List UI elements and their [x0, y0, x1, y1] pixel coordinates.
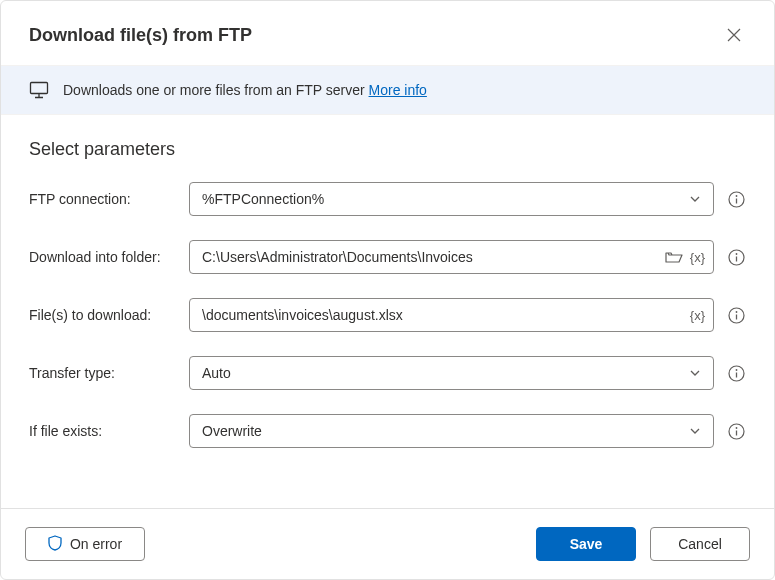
svg-rect-0: [31, 83, 48, 94]
label-download-folder: Download into folder:: [29, 249, 189, 265]
control-wrap: Auto: [189, 356, 746, 390]
info-icon[interactable]: [726, 189, 746, 209]
control-wrap: C:\Users\Administrator\Documents\Invoice…: [189, 240, 746, 274]
info-icon[interactable]: [726, 247, 746, 267]
footer-right: Save Cancel: [536, 527, 750, 561]
dialog: Download file(s) from FTP Downloads one …: [0, 0, 775, 580]
svg-point-10: [735, 427, 737, 429]
svg-point-2: [735, 195, 737, 197]
label-transfer-type: Transfer type:: [29, 365, 189, 381]
row-ftp-connection: FTP connection: %FTPConnection%: [29, 182, 746, 216]
label-ftp-connection: FTP connection:: [29, 191, 189, 207]
svg-point-8: [735, 369, 737, 371]
section-title: Select parameters: [29, 139, 746, 160]
dialog-footer: On error Save Cancel: [1, 508, 774, 579]
files-to-download-value: \documents\invoices\august.xlsx: [202, 307, 690, 323]
info-icon[interactable]: [726, 363, 746, 383]
row-files-to-download: File(s) to download: \documents\invoices…: [29, 298, 746, 332]
ftp-connection-value: %FTPConnection%: [202, 191, 685, 207]
save-button[interactable]: Save: [536, 527, 636, 561]
on-error-label: On error: [70, 536, 122, 552]
cancel-button[interactable]: Cancel: [650, 527, 750, 561]
control-wrap: %FTPConnection%: [189, 182, 746, 216]
row-transfer-type: Transfer type: Auto: [29, 356, 746, 390]
if-file-exists-select[interactable]: Overwrite: [189, 414, 714, 448]
shield-icon: [48, 535, 62, 554]
close-icon: [727, 28, 741, 42]
chevron-down-icon: [685, 189, 705, 209]
dialog-header: Download file(s) from FTP: [1, 1, 774, 65]
save-label: Save: [570, 536, 603, 552]
chevron-down-icon: [685, 363, 705, 383]
close-button[interactable]: [718, 19, 750, 51]
transfer-type-value: Auto: [202, 365, 685, 381]
monitor-icon: [29, 80, 49, 100]
row-download-folder: Download into folder: C:\Users\Administr…: [29, 240, 746, 274]
row-if-file-exists: If file exists: Overwrite: [29, 414, 746, 448]
download-folder-input[interactable]: C:\Users\Administrator\Documents\Invoice…: [189, 240, 714, 274]
more-info-link[interactable]: More info: [369, 82, 427, 98]
info-description: Downloads one or more files from an FTP …: [63, 82, 427, 98]
chevron-down-icon: [685, 421, 705, 441]
info-bar: Downloads one or more files from an FTP …: [1, 65, 774, 115]
cancel-label: Cancel: [678, 536, 722, 552]
svg-point-4: [735, 253, 737, 255]
download-folder-value: C:\Users\Administrator\Documents\Invoice…: [202, 249, 664, 265]
folder-open-icon[interactable]: [664, 247, 684, 267]
label-if-file-exists: If file exists:: [29, 423, 189, 439]
if-file-exists-value: Overwrite: [202, 423, 685, 439]
files-to-download-input[interactable]: \documents\invoices\august.xlsx {x}: [189, 298, 714, 332]
label-files-to-download: File(s) to download:: [29, 307, 189, 323]
ftp-connection-select[interactable]: %FTPConnection%: [189, 182, 714, 216]
info-icon[interactable]: [726, 305, 746, 325]
variable-picker-icon[interactable]: {x}: [690, 308, 705, 323]
on-error-button[interactable]: On error: [25, 527, 145, 561]
control-wrap: Overwrite: [189, 414, 746, 448]
info-icon[interactable]: [726, 421, 746, 441]
info-text: Downloads one or more files from an FTP …: [63, 82, 369, 98]
svg-point-6: [735, 311, 737, 313]
control-wrap: \documents\invoices\august.xlsx {x}: [189, 298, 746, 332]
dialog-body: Select parameters FTP connection: %FTPCo…: [1, 115, 774, 508]
transfer-type-select[interactable]: Auto: [189, 356, 714, 390]
dialog-title: Download file(s) from FTP: [29, 25, 252, 46]
variable-picker-icon[interactable]: {x}: [690, 250, 705, 265]
